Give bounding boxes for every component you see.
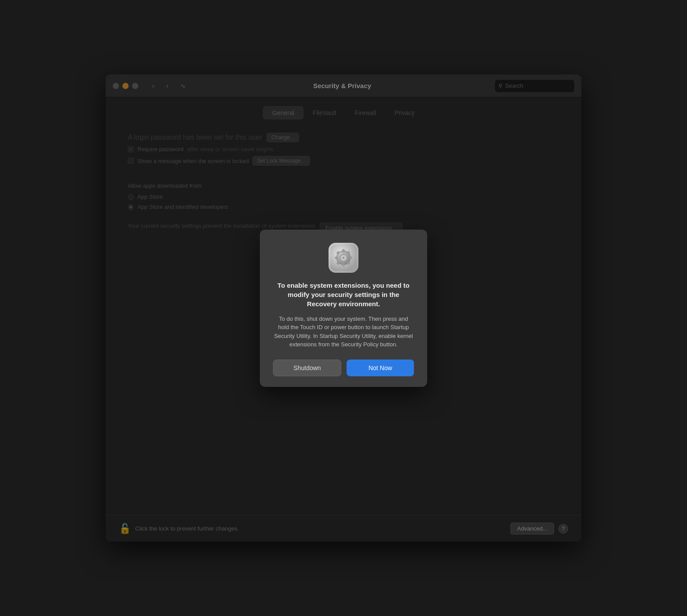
shutdown-button[interactable]: Shutdown bbox=[273, 360, 341, 376]
main-window: ‹ › ∿ Security & Privacy ⚲ General FileV… bbox=[106, 74, 581, 542]
not-now-button[interactable]: Not Now bbox=[347, 360, 414, 376]
modal-overlay: To enable system extensions, you need to… bbox=[106, 74, 581, 542]
modal-body: To do this, shut down your system. Then … bbox=[273, 315, 414, 349]
svg-rect-2 bbox=[342, 249, 344, 252]
svg-rect-4 bbox=[335, 256, 338, 259]
modal-buttons: Shutdown Not Now bbox=[273, 360, 414, 376]
svg-rect-3 bbox=[342, 263, 344, 266]
svg-point-12 bbox=[342, 256, 344, 259]
svg-rect-5 bbox=[349, 256, 352, 259]
system-preferences-icon bbox=[329, 243, 358, 273]
modal-title: To enable system extensions, you need to… bbox=[273, 281, 414, 308]
system-extensions-modal: To enable system extensions, you need to… bbox=[260, 230, 427, 387]
